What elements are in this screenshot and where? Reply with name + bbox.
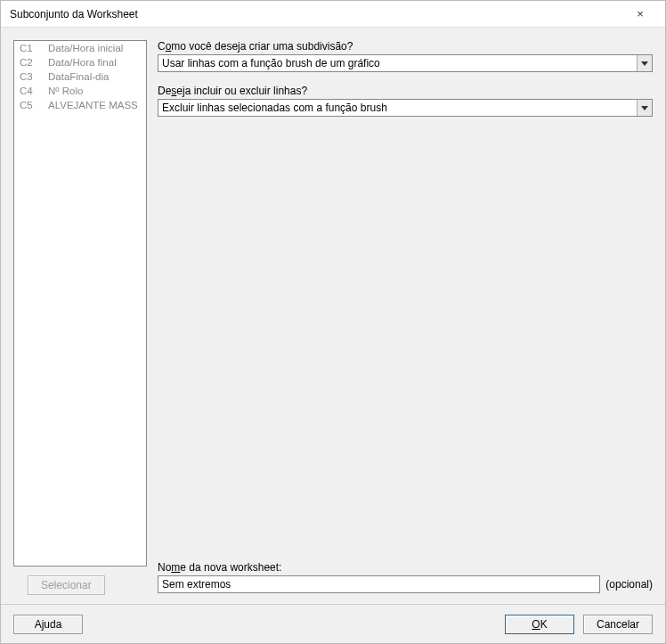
help-button[interactable]: Ajuda — [13, 615, 83, 634]
name-field-group: Nome da nova worksheet: (opcional) — [158, 561, 653, 593]
select-button[interactable]: Selecionar — [28, 575, 105, 595]
how-field-group: Como você deseja criar uma subdivisão? U… — [158, 40, 653, 72]
name-label: Nome da nova worksheet: — [158, 561, 653, 574]
list-item[interactable]: C4 Nº Rolo — [14, 84, 146, 98]
dialog-footer: Ajuda OK Cancelar — [1, 604, 665, 643]
dialog-body: C1 Data/Hora inicial C2 Data/Hora final … — [1, 28, 665, 604]
list-item[interactable]: C5 ALVEJANTE MASS — [14, 98, 146, 112]
include-combobox[interactable]: Excluir linhas selecionadas com a função… — [158, 99, 653, 117]
select-button-wrap: Selecionar — [13, 575, 147, 595]
chevron-down-icon — [637, 55, 652, 71]
close-button[interactable]: × — [622, 2, 658, 27]
left-column: C1 Data/Hora inicial C2 Data/Hora final … — [13, 40, 147, 595]
subset-worksheet-dialog: Subconjunto da Worksheet × C1 Data/Hora … — [0, 0, 666, 644]
window-title: Subconjunto da Worksheet — [10, 8, 622, 20]
name-row: (opcional) — [158, 575, 653, 593]
titlebar: Subconjunto da Worksheet × — [1, 1, 665, 28]
how-label: Como você deseja criar uma subdivisão? — [158, 40, 653, 53]
main-row: C1 Data/Hora inicial C2 Data/Hora final … — [13, 40, 653, 595]
list-item[interactable]: C3 DataFinal-dia — [14, 69, 146, 84]
cancel-button[interactable]: Cancelar — [583, 615, 653, 634]
right-column: Como você deseja criar uma subdivisão? U… — [158, 40, 653, 595]
how-combobox-value: Usar linhas com a função brush de um grá… — [162, 57, 637, 69]
worksheet-name-input[interactable] — [158, 575, 600, 593]
close-icon: × — [637, 7, 644, 20]
how-combobox[interactable]: Usar linhas com a função brush de um grá… — [158, 54, 653, 72]
list-item[interactable]: C2 Data/Hora final — [14, 55, 146, 69]
chevron-down-icon — [637, 100, 652, 116]
include-combobox-value: Excluir linhas selecionadas com a função… — [162, 102, 637, 114]
optional-label: (opcional) — [605, 578, 653, 591]
spacer — [158, 129, 653, 558]
ok-button[interactable]: OK — [505, 615, 574, 634]
column-list[interactable]: C1 Data/Hora inicial C2 Data/Hora final … — [13, 40, 147, 567]
include-label: Deseja incluir ou excluir linhas? — [158, 85, 653, 97]
include-field-group: Deseja incluir ou excluir linhas? Exclui… — [158, 85, 653, 117]
list-item[interactable]: C1 Data/Hora inicial — [14, 41, 146, 55]
